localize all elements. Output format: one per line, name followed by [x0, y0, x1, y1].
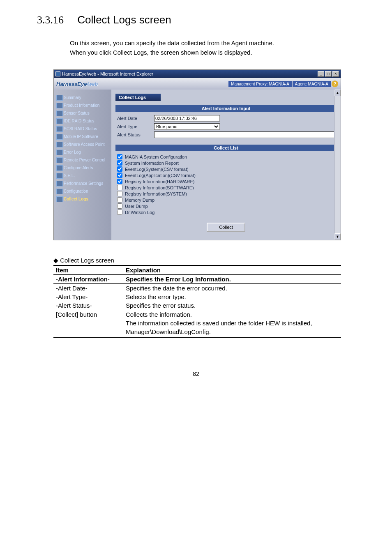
window-title: HarnessEye/web - Microsoft Internet Expl…	[62, 71, 153, 76]
sidebar-item[interactable]: SCSI RAID Status	[54, 125, 111, 133]
table-row: -Alert Type-Selects the error type.	[53, 292, 341, 301]
collect-item-checkbox[interactable]	[117, 197, 122, 203]
window-titlebar: HarnessEye/web - Microsoft Internet Expl…	[54, 70, 341, 78]
sidebar-item[interactable]: Performance Settings	[54, 180, 111, 187]
collect-list-row: User Dump	[115, 203, 337, 209]
proxy-badge: Management Proxy: MAGNIA-A	[228, 81, 292, 87]
intro-text: On this screen, you can specify the data…	[70, 39, 355, 57]
collect-item-checkbox[interactable]	[117, 191, 122, 196]
collect-item-label: EventLog(System)(CSV format)	[125, 167, 189, 172]
table-cell-item	[53, 327, 123, 337]
alert-status-label: Alert Status	[117, 132, 154, 137]
collect-list-row: MAGNIA System Configuration	[115, 154, 337, 160]
collect-item-checkbox[interactable]	[117, 166, 122, 172]
collect-item-label: Memory Dump	[125, 198, 154, 203]
section-number: 3.3.16	[37, 14, 64, 26]
collect-item-checkbox[interactable]	[117, 160, 122, 166]
section-heading: 3.3.16 Collect Logs screen	[37, 12, 355, 26]
collect-item-checkbox[interactable]	[117, 210, 122, 215]
alert-type-select[interactable]: Blue panic	[154, 123, 220, 130]
table-cell-explanation: Selects the error type.	[123, 292, 341, 301]
sidebar-item[interactable]: Configuration	[54, 187, 111, 195]
table-cell-item: -Alert Status-	[53, 301, 123, 310]
table-row: [Collect] buttonCollects the information…	[53, 310, 341, 319]
table-row: -Alert Status-Specifies the error status…	[53, 301, 341, 310]
collect-button[interactable]: Collect	[207, 223, 245, 232]
collect-list-row: Registry Information(SYSTEM)	[115, 191, 337, 197]
alert-date-label: Alert Date	[117, 116, 154, 121]
alert-status-row: Alert Status	[115, 131, 337, 139]
sidebar-item[interactable]: S.E.L.	[54, 172, 111, 180]
sidebar-item[interactable]: Collect Logs	[54, 195, 111, 203]
brand-main: HarnessEye	[56, 81, 87, 87]
collect-list: MAGNIA System ConfigurationSystem Inform…	[115, 154, 337, 215]
intro-line2: When you click Collect Logs, the screen …	[70, 48, 355, 58]
collect-item-label: Dr.Watson Log	[125, 210, 154, 215]
explanation-table: Item Explanation -Alert Information-Spec…	[53, 265, 341, 338]
panel-title: Collect Logs	[115, 94, 161, 101]
intro-line1: On this screen, you can specify the data…	[70, 39, 355, 48]
collect-item-label: System Information Report	[125, 161, 179, 166]
table-cell-explanation: Specifies the date the error occurred.	[123, 284, 341, 293]
section-title: Collect Logs screen	[77, 14, 171, 26]
table-cell-item: -Alert Date-	[53, 284, 123, 293]
brand-bar: HarnessEye/web Management Proxy: MAGNIA-…	[54, 78, 341, 90]
collect-item-checkbox[interactable]	[117, 179, 122, 184]
collect-item-checkbox[interactable]	[117, 203, 122, 209]
sidebar-item[interactable]: Remote Power Control	[54, 156, 111, 164]
content-area: Collect Logs Alert Information Input Ale…	[111, 90, 341, 240]
sidebar-item[interactable]: Mobile IP Software	[54, 133, 111, 140]
table-cell-item	[53, 319, 123, 327]
collect-list-row: System Information Report	[115, 160, 337, 166]
minimize-button[interactable]: _	[318, 71, 324, 77]
sidebar-item[interactable]: Sensor Status	[54, 109, 111, 117]
alert-date-input[interactable]	[154, 115, 220, 122]
collect-item-checkbox[interactable]	[117, 185, 122, 190]
table-cell-item: -Alert Type-	[53, 292, 123, 301]
collect-list-row: EventLog(Application)(CSV format)	[115, 172, 337, 178]
scrollbar[interactable]: ▲ ▼	[334, 90, 341, 240]
alert-date-row: Alert Date	[115, 114, 337, 122]
table-cell-explanation: Manager\Download\LogConfig.	[123, 327, 341, 337]
app-icon	[55, 71, 60, 76]
sidebar-item[interactable]: Error Log	[54, 148, 111, 156]
sidebar-item[interactable]: Software Access Point	[54, 140, 111, 148]
collect-item-label: Registry Information(SOFTWARE)	[125, 185, 194, 190]
table-cell-explanation: The information collected is saved under…	[123, 319, 341, 327]
alert-status-input[interactable]	[154, 131, 335, 138]
collect-list-row: Memory Dump	[115, 197, 337, 203]
scroll-track[interactable]	[334, 96, 341, 233]
alert-info-header: Alert Information Input	[115, 105, 337, 112]
table-row: -Alert Date-Specifies the date the error…	[53, 284, 341, 293]
sidebar-item[interactable]: Product Information	[54, 101, 111, 109]
collect-item-checkbox[interactable]	[117, 154, 122, 159]
collect-list-header: Collect List	[115, 145, 337, 151]
table-row: Manager\Download\LogConfig.	[53, 327, 341, 337]
alert-type-row: Alert Type Blue panic	[115, 122, 337, 131]
table-cell-explanation: Specifies the Error Log Information.	[123, 275, 341, 284]
table-cell-explanation: Collects the information.	[123, 310, 341, 319]
sidebar: SummaryProduct InformationSensor StatusI…	[54, 90, 111, 240]
col-expl-header: Explanation	[123, 265, 341, 275]
caption-bullet: ◆	[53, 257, 60, 264]
collect-item-label: MAGNIA System Configuration	[125, 154, 187, 159]
sidebar-item[interactable]: Summary	[54, 94, 111, 101]
scroll-down-icon[interactable]: ▼	[334, 233, 341, 240]
close-button[interactable]: ×	[332, 71, 339, 77]
collect-list-row: Registry Information(SOFTWARE)	[115, 184, 337, 191]
maximize-button[interactable]: □	[325, 71, 332, 77]
table-cell-item: [Collect] button	[53, 310, 123, 319]
collect-list-row: Registry Information(HARDWARE)	[115, 178, 337, 184]
collect-item-checkbox[interactable]	[117, 173, 122, 178]
agent-badge: Agent: MAGNIA-A	[293, 81, 331, 87]
scroll-up-icon[interactable]: ▲	[334, 90, 341, 96]
help-icon[interactable]: ?	[332, 81, 338, 87]
collect-item-label: EventLog(Application)(CSV format)	[125, 173, 196, 178]
sidebar-item[interactable]: Configure Alerts	[54, 164, 111, 172]
app-window: HarnessEye/web - Microsoft Internet Expl…	[53, 69, 341, 240]
table-cell-explanation: Specifies the error status.	[123, 301, 341, 310]
sidebar-item[interactable]: IDE RAID Status	[54, 117, 111, 125]
col-item-header: Item	[53, 265, 123, 275]
table-cell-item: -Alert Information-	[53, 275, 123, 284]
table-caption: ◆ Collect Logs screen	[53, 257, 355, 264]
